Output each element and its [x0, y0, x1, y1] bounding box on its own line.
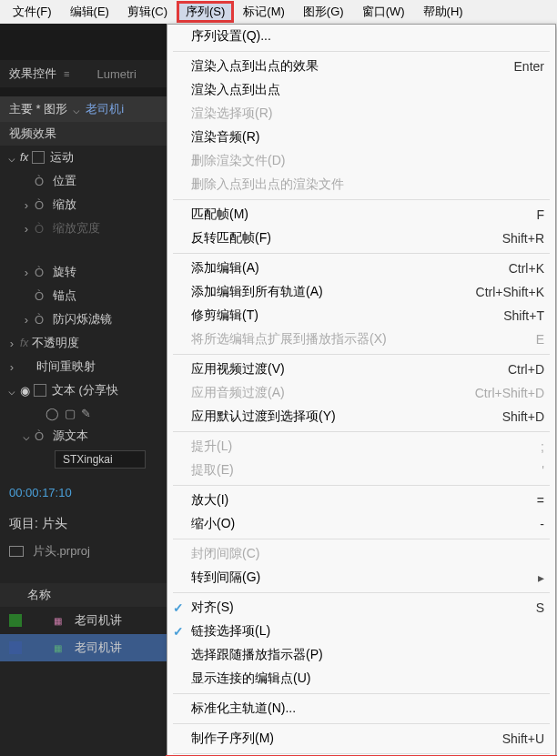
menu-render-audio[interactable]: 渲染音频(R)	[167, 126, 555, 149]
menu-graphics[interactable]: 图形(G)	[294, 1, 353, 23]
disclosure-icon[interactable]: ›	[5, 337, 18, 350]
menu-separator	[173, 199, 550, 200]
disclosure-icon[interactable]: ›	[20, 198, 33, 212]
menu-go-to-gap[interactable]: 转到间隔(G)▸	[167, 566, 555, 590]
check-icon: ✓	[173, 600, 184, 615]
menu-apply-default-trans[interactable]: 应用默认过渡到选择项(Y)Shift+D	[167, 405, 555, 428]
menu-separator	[173, 539, 550, 539]
menu-delete-inout-render: 删除入点到出点的渲染文件	[167, 173, 555, 197]
disclosure-icon[interactable]: ›	[20, 266, 33, 279]
menu-apply-audio-trans: 应用音频过渡(A)Ctrl+Shift+D	[167, 381, 555, 405]
menubar: 文件(F) 编辑(E) 剪辑(C) 序列(S) 标记(M) 图形(G) 窗口(W…	[0, 0, 557, 24]
submenu-arrow-icon: ▸	[538, 570, 544, 585]
menu-show-through-edits[interactable]: 显示连接的编辑点(U)	[167, 667, 555, 690]
ellipse-icon[interactable]: ◯	[46, 407, 59, 420]
folder-icon	[9, 546, 24, 557]
menu-window[interactable]: 窗口(W)	[353, 1, 414, 23]
panel-title[interactable]: 效果控件	[9, 66, 56, 82]
disclosure-icon[interactable]: ⌵	[20, 429, 33, 443]
menu-file[interactable]: 文件(F)	[4, 1, 61, 23]
menu-help[interactable]: 帮助(H)	[414, 1, 472, 23]
stopwatch-icon[interactable]: Ò	[35, 289, 47, 303]
disclosure-icon[interactable]: ⌵	[5, 151, 18, 165]
font-dropdown[interactable]: STXingkai	[55, 450, 146, 469]
menu-selection-follows[interactable]: 选择跟随播放指示器(P)	[167, 643, 555, 667]
menu-render-inout[interactable]: 渲染入点到出点	[167, 78, 555, 102]
disclosure-icon[interactable]: ›	[5, 360, 18, 374]
disclosure-icon: ›	[20, 222, 33, 236]
menu-add-edit[interactable]: 添加编辑(A)Ctrl+K	[167, 257, 555, 280]
chevron-down-icon[interactable]: ⌵	[73, 103, 80, 116]
menu-apply-video-trans[interactable]: 应用视频过渡(V)Ctrl+D	[167, 358, 555, 381]
menu-zoom-out[interactable]: 缩小(O)-	[167, 512, 555, 536]
menu-lift: 提升(L);	[167, 435, 555, 459]
stopwatch-icon[interactable]: Ò	[35, 313, 47, 327]
eye-icon[interactable]: ◉	[20, 384, 30, 398]
breadcrumb-clip[interactable]: 老司机i	[86, 101, 124, 117]
menu-make-subsequence[interactable]: 制作子序列(M)Shift+U	[167, 727, 555, 751]
menu-edit[interactable]: 编辑(E)	[61, 1, 118, 23]
menu-render-inout-effects[interactable]: 渲染入点到出点的效果Enter	[167, 55, 555, 78]
fx-icon: fx	[20, 337, 28, 349]
panel-menu-icon[interactable]: ≡	[64, 68, 69, 79]
menu-separator	[173, 253, 550, 254]
stopwatch-icon: Ò	[35, 222, 47, 236]
menu-marker[interactable]: 标记(M)	[234, 1, 294, 23]
breadcrumb-main: 主要 * 图形	[9, 101, 67, 117]
menu-snap[interactable]: ✓对齐(S)S	[167, 596, 555, 620]
stopwatch-icon[interactable]: Ò	[35, 198, 47, 212]
menu-close-gap: 封闭间隙(C)	[167, 542, 555, 566]
sequence-menu-dropdown: 序列设置(Q)... 渲染入点到出点的效果Enter 渲染入点到出点 渲染选择项…	[167, 24, 556, 756]
menu-sequence[interactable]: 序列(S)	[177, 1, 234, 23]
menu-extend-edit: 将所选编辑点扩展到播放指示器(X)E	[167, 328, 555, 351]
pen-icon[interactable]: ✎	[81, 407, 91, 420]
effect-toggle-icon[interactable]	[34, 384, 46, 397]
panel-tab-lumetri[interactable]: Lumetri	[96, 67, 136, 81]
sequence-icon: ▦	[49, 614, 66, 627]
label-color-chip[interactable]	[9, 641, 22, 654]
menu-separator	[173, 354, 550, 355]
effect-toggle-icon[interactable]	[32, 151, 45, 164]
menu-separator	[173, 485, 550, 486]
menu-clip[interactable]: 剪辑(C)	[118, 1, 177, 23]
menu-trim-edit[interactable]: 修剪编辑(T)Shift+T	[167, 304, 555, 328]
graphic-icon: ▦	[49, 641, 66, 654]
fx-icon: fx	[20, 151, 28, 164]
menu-zoom-in[interactable]: 放大(I)=	[167, 489, 555, 512]
stopwatch-icon[interactable]: Ò	[35, 429, 47, 443]
menu-delete-render: 删除渲染文件(D)	[167, 149, 555, 173]
menu-match-frame[interactable]: 匹配帧(M)F	[167, 203, 555, 227]
menu-extract: 提取(E)'	[167, 459, 555, 482]
menu-normalize-master[interactable]: 标准化主轨道(N)...	[167, 697, 555, 721]
menu-separator	[173, 51, 550, 52]
menu-separator	[173, 693, 550, 694]
check-icon: ✓	[173, 624, 184, 639]
menu-separator	[173, 723, 550, 724]
menu-linked-selection[interactable]: ✓链接选择项(L)	[167, 620, 555, 643]
disclosure-icon[interactable]: ⌵	[5, 384, 18, 398]
menu-render-selection: 渲染选择项(R)	[167, 102, 555, 126]
stopwatch-icon[interactable]: Ò	[35, 175, 47, 188]
menu-separator	[173, 753, 550, 754]
menu-sequence-settings[interactable]: 序列设置(Q)...	[167, 25, 555, 48]
stopwatch-icon[interactable]: Ò	[35, 266, 47, 279]
label-color-chip[interactable]	[9, 614, 22, 627]
menu-separator	[173, 431, 550, 432]
disclosure-icon[interactable]: ›	[20, 313, 33, 327]
menu-add-edit-all[interactable]: 添加编辑到所有轨道(A)Ctrl+Shift+K	[167, 280, 555, 304]
rect-icon[interactable]: ▢	[65, 407, 76, 420]
menu-separator	[173, 592, 550, 593]
menu-reverse-match[interactable]: 反转匹配帧(F)Shift+R	[167, 227, 555, 250]
